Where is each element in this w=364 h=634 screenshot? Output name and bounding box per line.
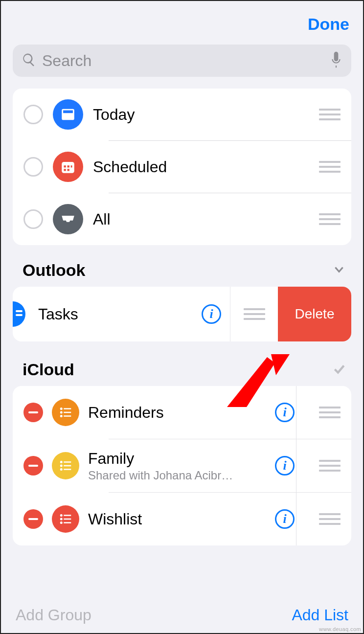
svg-rect-21 (64, 515, 71, 516)
delete-button[interactable]: Delete (278, 287, 351, 341)
section-header-icloud[interactable]: iCloud (1, 351, 363, 386)
svg-point-8 (60, 408, 63, 410)
svg-point-12 (60, 415, 63, 417)
svg-rect-9 (64, 408, 71, 409)
smart-list-label: All (93, 210, 309, 228)
svg-point-22 (60, 518, 63, 521)
reorder-handle[interactable] (319, 109, 341, 120)
reorder-handle[interactable] (319, 407, 341, 418)
visibility-toggle[interactable] (23, 105, 43, 124)
svg-rect-1 (63, 111, 73, 113)
svg-rect-15 (64, 461, 71, 463)
list-icon-tasks (13, 301, 25, 327)
list-label: Wishlist (88, 510, 266, 528)
list-label: Reminders (88, 404, 266, 422)
smart-list-all[interactable]: All (13, 193, 351, 245)
reorder-handle[interactable] (319, 161, 341, 173)
svg-rect-23 (64, 519, 71, 520)
list-row-tasks-swiped: Tasks i Delete (13, 287, 351, 341)
svg-rect-6 (64, 169, 66, 171)
remove-icon[interactable] (23, 509, 43, 529)
visibility-toggle[interactable] (23, 157, 43, 177)
done-button[interactable]: Done (308, 15, 349, 34)
search-placeholder: Search (42, 52, 324, 70)
search-field[interactable]: Search (13, 45, 351, 77)
svg-rect-2 (62, 162, 74, 173)
section-title: Outlook (23, 261, 85, 280)
info-icon[interactable]: i (275, 403, 295, 422)
smart-list-label: Scheduled (93, 158, 309, 176)
calendar-icon (53, 152, 83, 182)
list-label: Family (88, 450, 266, 468)
smart-list-label: Today (93, 106, 309, 124)
icloud-lists-card: Reminders i Family Shared with Johana Ac… (13, 386, 351, 545)
svg-rect-25 (64, 522, 71, 523)
reorder-handle[interactable] (319, 513, 341, 525)
list-bullet-icon (52, 399, 79, 426)
svg-rect-7 (68, 169, 69, 171)
svg-point-14 (60, 461, 63, 463)
svg-point-16 (60, 465, 63, 467)
svg-rect-3 (64, 165, 66, 167)
search-icon (22, 52, 36, 69)
list-row-tasks[interactable]: Tasks i (13, 287, 230, 341)
svg-point-20 (60, 514, 63, 517)
svg-rect-11 (64, 412, 71, 413)
dictation-icon[interactable] (330, 51, 342, 70)
list-label: Tasks (38, 305, 193, 323)
list-bullet-icon (52, 505, 79, 533)
smart-lists-card: Today Scheduled All (13, 89, 351, 245)
info-icon[interactable]: i (202, 304, 221, 324)
svg-rect-19 (64, 469, 71, 470)
visibility-toggle[interactable] (23, 209, 43, 229)
info-icon[interactable]: i (275, 456, 295, 476)
list-subtitle: Shared with Johana Acibr… (88, 469, 235, 482)
reorder-handle[interactable] (319, 460, 341, 472)
reorder-handle[interactable] (244, 308, 265, 320)
section-title: iCloud (23, 360, 74, 379)
inbox-icon (53, 204, 83, 234)
list-row-family[interactable]: Family Shared with Johana Acibr… i (13, 439, 351, 492)
svg-point-24 (60, 521, 63, 524)
info-icon[interactable]: i (275, 509, 295, 529)
smart-list-today[interactable]: Today (13, 89, 351, 140)
add-group-button: Add Group (16, 606, 91, 624)
watermark: www.deuaq.com (319, 626, 361, 632)
svg-rect-17 (64, 465, 71, 467)
svg-point-10 (60, 411, 63, 414)
reorder-handle[interactable] (319, 213, 341, 225)
list-row-wishlist[interactable]: Wishlist i (13, 493, 351, 545)
svg-point-18 (60, 468, 63, 471)
swipe-reorder-zone[interactable] (230, 287, 278, 341)
remove-icon[interactable] (23, 456, 43, 476)
remove-icon[interactable] (23, 403, 43, 422)
section-header-outlook[interactable]: Outlook (1, 257, 363, 287)
svg-rect-4 (68, 165, 69, 167)
list-bullet-icon (52, 452, 79, 479)
add-list-button[interactable]: Add List (292, 606, 348, 624)
smart-list-scheduled[interactable]: Scheduled (13, 141, 351, 193)
footer-toolbar: Add Group Add List (1, 606, 363, 624)
svg-rect-5 (71, 165, 72, 167)
list-row-reminders[interactable]: Reminders i (13, 386, 351, 439)
svg-rect-13 (64, 415, 71, 417)
checkmark-icon[interactable] (333, 362, 345, 377)
today-icon (53, 99, 83, 130)
chevron-down-icon[interactable] (333, 263, 345, 278)
